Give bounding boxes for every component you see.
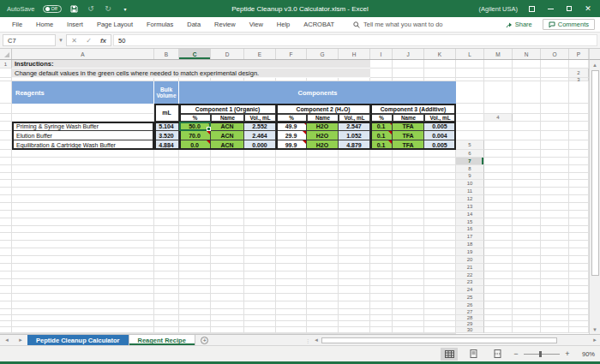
cell-F26[interactable] bbox=[12, 309, 154, 315]
cell-N19[interactable] bbox=[370, 256, 393, 264]
cell-J12[interactable] bbox=[244, 203, 276, 211]
undo-icon[interactable]: ↺ bbox=[87, 4, 96, 14]
cell-B9[interactable]: 4.884 bbox=[154, 140, 179, 150]
cell-P5[interactable] bbox=[424, 150, 456, 158]
column-header-E[interactable]: E bbox=[244, 49, 276, 59]
cell-L14[interactable] bbox=[307, 218, 339, 226]
sheet-tab-peptide-cleanup-calculator[interactable]: Peptide Cleanup Calculator bbox=[27, 335, 129, 345]
cell-I5[interactable] bbox=[211, 150, 244, 158]
cell-F8[interactable]: 29.9 bbox=[276, 131, 307, 140]
cell-F5[interactable] bbox=[12, 150, 154, 158]
cell-C17[interactable] bbox=[541, 233, 569, 241]
cell-L7[interactable] bbox=[307, 165, 339, 173]
cell-F3[interactable] bbox=[569, 81, 589, 104]
cell-I14[interactable] bbox=[211, 218, 244, 226]
cell-M28[interactable] bbox=[339, 321, 370, 327]
cell-G24[interactable] bbox=[154, 294, 179, 301]
component1-header-cell[interactable]: Component 1 (Organic) bbox=[179, 104, 276, 114]
cell-B5[interactable] bbox=[513, 140, 541, 150]
cell-H12[interactable] bbox=[179, 203, 211, 211]
cell-I3[interactable] bbox=[456, 104, 484, 114]
cell-L5[interactable] bbox=[307, 150, 339, 158]
row-header-16[interactable]: 16 bbox=[456, 226, 484, 234]
cell-F30[interactable] bbox=[12, 333, 154, 334]
cell-D3[interactable] bbox=[513, 81, 541, 104]
subheader-c1-name[interactable]: Name bbox=[211, 114, 244, 122]
cell-J14[interactable] bbox=[244, 218, 276, 226]
cell-P6[interactable] bbox=[424, 158, 456, 165]
cell-I6[interactable] bbox=[211, 158, 244, 165]
cell-J10[interactable] bbox=[244, 188, 276, 195]
cell-F27[interactable] bbox=[12, 315, 154, 321]
cell-P18[interactable] bbox=[424, 248, 456, 256]
cell-P22[interactable] bbox=[424, 279, 456, 287]
ml-header-cell[interactable]: mL bbox=[154, 104, 179, 122]
cell-K18[interactable] bbox=[276, 248, 307, 256]
cell-D10[interactable] bbox=[569, 180, 589, 188]
row-header-11[interactable]: 11 bbox=[456, 188, 484, 195]
cell-H14[interactable] bbox=[179, 218, 211, 226]
cell-P3[interactable] bbox=[456, 114, 484, 122]
cell-N23[interactable] bbox=[370, 286, 393, 294]
vertical-scrollbar[interactable]: ▲ ▼ bbox=[589, 60, 600, 334]
cell-D8[interactable]: ACN bbox=[211, 131, 244, 140]
cell-D18[interactable] bbox=[569, 241, 589, 248]
ribbon-tab-formulas[interactable]: Formulas bbox=[140, 17, 180, 32]
cell-F15[interactable] bbox=[12, 226, 154, 234]
row-header-28[interactable]: 28 bbox=[456, 315, 484, 321]
cell-M9[interactable] bbox=[339, 180, 370, 188]
cell-C8[interactable]: 70.0 bbox=[179, 131, 211, 140]
cell-M6[interactable] bbox=[339, 158, 370, 165]
cell-C3[interactable] bbox=[484, 81, 513, 104]
cell-G28[interactable] bbox=[154, 321, 179, 327]
cell-G16[interactable] bbox=[154, 233, 179, 241]
row-header-23[interactable]: 23 bbox=[456, 279, 484, 287]
cell-K1[interactable] bbox=[393, 69, 424, 78]
cell-J18[interactable] bbox=[244, 248, 276, 256]
cell-L20[interactable] bbox=[307, 264, 339, 272]
cell-C20[interactable] bbox=[541, 256, 569, 264]
cell-H22[interactable] bbox=[179, 279, 211, 287]
cell-F18[interactable] bbox=[12, 248, 154, 256]
cell-N8[interactable] bbox=[370, 173, 393, 181]
cell-D4[interactable] bbox=[0, 122, 12, 131]
cell-A23[interactable] bbox=[484, 279, 513, 287]
cell-K20[interactable] bbox=[276, 264, 307, 272]
row-header-15[interactable]: 15 bbox=[456, 218, 484, 226]
cell-N16[interactable] bbox=[370, 233, 393, 241]
cell-E9[interactable]: 0.000 bbox=[244, 140, 276, 150]
cell-H15[interactable] bbox=[179, 226, 211, 234]
cell-D7[interactable]: ACN bbox=[211, 122, 244, 131]
cell-D14[interactable] bbox=[569, 211, 589, 218]
cell-E5[interactable] bbox=[0, 150, 12, 158]
cell-J13[interactable] bbox=[244, 211, 276, 218]
cell-O1[interactable] bbox=[513, 69, 541, 78]
cell-P10[interactable] bbox=[424, 188, 456, 195]
row-header-27[interactable]: 27 bbox=[456, 309, 484, 315]
column-header-P[interactable]: P bbox=[569, 49, 589, 59]
cell-B21[interactable] bbox=[513, 264, 541, 272]
cell-N12[interactable] bbox=[370, 203, 393, 211]
cell-M7[interactable] bbox=[339, 165, 370, 173]
cell-B1[interactable] bbox=[393, 60, 424, 69]
column-header-L[interactable]: L bbox=[456, 49, 484, 59]
cell-A5[interactable] bbox=[484, 140, 513, 150]
confirm-entry-icon[interactable]: ✓ bbox=[81, 37, 96, 45]
cell-F11[interactable] bbox=[12, 195, 154, 203]
cell-P27[interactable] bbox=[424, 315, 456, 321]
splitter-dots[interactable]: ⋮ bbox=[304, 337, 311, 343]
cell-E25[interactable] bbox=[0, 301, 12, 309]
row-header-8[interactable]: 8 bbox=[456, 165, 484, 173]
cell-K8[interactable] bbox=[276, 173, 307, 181]
cell-G10[interactable] bbox=[154, 188, 179, 195]
cell-A29[interactable] bbox=[484, 321, 513, 327]
cell-E8[interactable]: 2.464 bbox=[244, 131, 276, 140]
cell-G19[interactable] bbox=[154, 256, 179, 264]
cell-F12[interactable] bbox=[12, 203, 154, 211]
cell-O23[interactable] bbox=[393, 286, 424, 294]
cell-O16[interactable] bbox=[393, 233, 424, 241]
row-header-4[interactable]: 4 bbox=[484, 114, 513, 122]
cell-J19[interactable] bbox=[244, 256, 276, 264]
cell-H27[interactable] bbox=[179, 315, 211, 321]
cell-N24[interactable] bbox=[370, 294, 393, 301]
